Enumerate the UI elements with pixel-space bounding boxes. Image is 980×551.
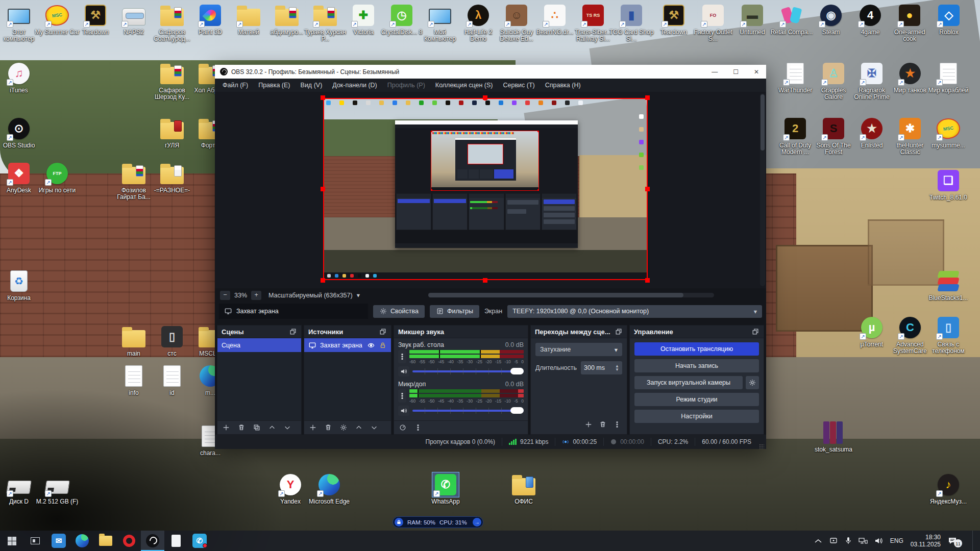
down-icon[interactable] bbox=[283, 423, 291, 432]
speaker-icon[interactable] bbox=[398, 406, 409, 416]
preview-capture[interactable] bbox=[323, 98, 648, 280]
chevron-up-icon[interactable] bbox=[815, 539, 822, 543]
up-icon[interactable] bbox=[268, 423, 276, 432]
desktop-icon-bluestacks1...[interactable]: BlueStacks1... bbox=[926, 269, 971, 302]
spinner-arrows-icon[interactable]: ▲▼ bbox=[615, 364, 619, 371]
zoom-in-button[interactable]: + bbox=[251, 291, 261, 300]
menu-item[interactable]: Файл (F) bbox=[218, 80, 253, 91]
desktop-icon-roblox[interactable]: ◇↗Roblox bbox=[926, 3, 971, 36]
desktop-icon-obs-studio[interactable]: ⊙↗OBS Studio bbox=[0, 116, 41, 149]
desktop-icon-stok_satsuma[interactable]: stok_satsuma bbox=[811, 420, 856, 453]
desktop-icon-twitch_8.61.0[interactable]: ❑Twitch_8.61.0 bbox=[926, 168, 971, 201]
desktop-icon-one-armed-cook[interactable]: ●↗One-armed cook bbox=[887, 3, 932, 42]
plus-icon[interactable] bbox=[222, 423, 230, 432]
taskbar-obs[interactable] bbox=[141, 531, 164, 551]
desktop-icon-мир-кораблей[interactable]: ↗Мир кораблей bbox=[926, 61, 971, 94]
monitor-icon[interactable] bbox=[308, 341, 316, 349]
resize-handle-s[interactable] bbox=[483, 278, 487, 283]
up-icon[interactable] bbox=[355, 423, 363, 432]
language-indicator[interactable]: ENG bbox=[890, 537, 903, 544]
resize-handle-e[interactable] bbox=[645, 187, 650, 191]
settings-button[interactable]: Настройки bbox=[634, 410, 759, 423]
virtual-camera-button[interactable]: Запуск виртуальной камеры bbox=[634, 376, 743, 389]
filters-button[interactable]: Фильтры bbox=[430, 305, 479, 318]
desktop-icon-factory-outlet-s...[interactable]: FO↗Factory Outlet S... bbox=[691, 3, 736, 42]
speaker-icon[interactable] bbox=[398, 366, 409, 377]
duration-spinbox[interactable]: 300 ms ▲▼ bbox=[581, 361, 622, 374]
menu-item[interactable]: Вид (V) bbox=[296, 80, 327, 91]
desktop-icon-корзина[interactable]: ♻Корзина bbox=[0, 269, 41, 302]
resize-handle-nw[interactable] bbox=[321, 95, 325, 100]
popout-icon[interactable] bbox=[379, 328, 387, 336]
stop-streaming-button[interactable]: Остановить трансляцию bbox=[634, 342, 759, 356]
popout-icon[interactable] bbox=[289, 328, 297, 336]
resize-handle-ne[interactable] bbox=[645, 95, 650, 100]
resize-handle-se[interactable] bbox=[645, 278, 650, 283]
source-tab[interactable]: Захват экрана bbox=[219, 304, 368, 319]
cast-icon[interactable] bbox=[829, 537, 838, 544]
desktop-icon-yandex[interactable]: Y↗Yandex bbox=[268, 472, 313, 505]
dots-icon[interactable] bbox=[613, 420, 621, 429]
desktop-icon-unturned[interactable]: ▬↗Unturned bbox=[730, 3, 775, 36]
desktop-icon-4game[interactable]: 4↗4game bbox=[848, 3, 893, 36]
volume-slider[interactable] bbox=[412, 370, 524, 372]
zoom-out-button[interactable]: − bbox=[220, 291, 230, 300]
popout-icon[interactable] bbox=[615, 328, 623, 336]
desktop-icon-itunes[interactable]: ♫↗iTunes bbox=[0, 61, 41, 94]
volume-slider[interactable] bbox=[412, 410, 524, 412]
popout-icon[interactable] bbox=[751, 328, 760, 336]
network-icon[interactable] bbox=[859, 537, 868, 544]
taskbar-mail[interactable]: ✉ bbox=[47, 531, 70, 551]
speaker-icon[interactable] bbox=[875, 537, 883, 544]
menu-item[interactable]: Справка (H) bbox=[541, 80, 585, 91]
trash-icon[interactable] bbox=[599, 420, 607, 429]
dots-icon[interactable] bbox=[414, 423, 422, 432]
desktop-icon-яндексмуз...[interactable]: ♪↗ЯндексМуз... bbox=[926, 472, 971, 505]
taskbar-messenger[interactable]: ✆ bbox=[188, 531, 211, 551]
studio-mode-button[interactable]: Режим студии bbox=[634, 393, 759, 406]
menu-item[interactable]: Правка (E) bbox=[254, 80, 295, 91]
preview-horizontal-scrollbar[interactable] bbox=[428, 293, 714, 297]
taskbar-task-view[interactable] bbox=[23, 531, 47, 551]
desktop-icon-игры-по-сети[interactable]: FTP↗Игры по сети bbox=[35, 161, 80, 194]
taskbar-file-explorer[interactable] bbox=[94, 531, 117, 551]
lock-icon[interactable] bbox=[379, 341, 387, 349]
plus-icon[interactable] bbox=[584, 420, 593, 429]
resize-handle-n[interactable] bbox=[483, 95, 487, 100]
minimize-button[interactable]: — bbox=[712, 68, 718, 76]
taskbar-start[interactable] bbox=[0, 531, 23, 551]
desktop-icon-steam[interactable]: ◉↗Steam bbox=[808, 3, 853, 36]
virtual-camera-settings-button[interactable] bbox=[746, 376, 759, 389]
desktop-icon-teardown[interactable]: ⚒↗Teardown bbox=[651, 3, 696, 36]
maximize-button[interactable]: ☐ bbox=[733, 68, 739, 76]
desktop-icon-связь-с-телефоном[interactable]: ▯↗Связь с телефоном bbox=[926, 315, 971, 355]
clock[interactable]: 18:30 03.11.2025 bbox=[911, 534, 941, 548]
desktop-icon-microsoft-edge[interactable]: ↗Microsoft Edge bbox=[307, 472, 352, 505]
show-desktop-button[interactable] bbox=[972, 531, 975, 551]
scene-item[interactable]: Сцена bbox=[217, 338, 301, 352]
resize-grip[interactable] bbox=[759, 444, 764, 449]
resize-handle-w[interactable] bbox=[321, 187, 325, 191]
menu-item[interactable]: Сервис (T) bbox=[498, 80, 539, 91]
resize-handle-sw[interactable] bbox=[321, 278, 325, 283]
notification-center[interactable]: 11 bbox=[948, 534, 962, 547]
eye-icon[interactable] bbox=[367, 341, 375, 349]
menu-item[interactable]: Док-панели (D) bbox=[328, 80, 381, 91]
trash-icon[interactable] bbox=[237, 423, 246, 432]
channel-menu-icon[interactable] bbox=[398, 350, 406, 363]
screen-select[interactable]: TEEFY: 980x551 @ 0,0 (Основной монитор… bbox=[507, 305, 762, 318]
desktop-icon-офис[interactable]: ОФИС bbox=[501, 472, 546, 505]
desktop-icon-whatsapp[interactable]: ✆↗WhatsApp bbox=[423, 472, 468, 505]
channel-menu-icon[interactable] bbox=[398, 389, 406, 403]
desktop-icon---разное--[interactable]: -=РАЗНОЕ=- bbox=[150, 161, 194, 194]
arrow-right-icon[interactable]: → bbox=[473, 518, 481, 527]
title-bar[interactable]: OBS 32.0.2 - Профиль: Безымянный - Сцены… bbox=[215, 65, 766, 79]
trash-icon[interactable] bbox=[324, 423, 332, 432]
preview-vertical-scrollbar[interactable] bbox=[760, 93, 765, 286]
taskbar-opera[interactable] bbox=[117, 531, 141, 551]
copy-icon[interactable] bbox=[253, 423, 261, 432]
gear-icon[interactable] bbox=[339, 423, 348, 432]
transition-select[interactable]: Затухание ▾ bbox=[535, 343, 622, 356]
desktop-icon-tgg-card-shop-si...[interactable]: ▮↗TGG Card Shop Si... bbox=[609, 3, 654, 42]
desktop-icon-mysumme...[interactable]: MSC↗mysumme... bbox=[926, 116, 971, 149]
